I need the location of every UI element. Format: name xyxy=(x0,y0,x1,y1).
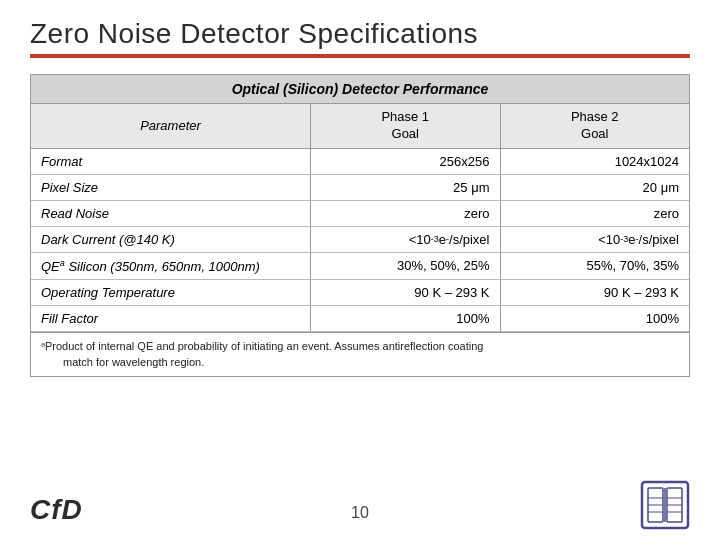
cell-value-p1: 30%, 50%, 25% xyxy=(311,253,501,279)
cell-value-p1: zero xyxy=(311,201,501,226)
cell-param: QEa Silicon (350nm, 650nm, 1000nm) xyxy=(31,253,311,279)
col-header-phase1: Phase 1Goal xyxy=(311,104,501,148)
table-footnote: ᵃProduct of internal QE and probability … xyxy=(31,332,689,376)
cell-param: Operating Temperature xyxy=(31,280,311,305)
cell-param: Pixel Size xyxy=(31,175,311,200)
column-headers: Parameter Phase 1Goal Phase 2Goal xyxy=(31,104,689,149)
cell-value-p2: 20 μm xyxy=(501,175,690,200)
cell-param: Format xyxy=(31,149,311,174)
cell-value-p1: 25 μm xyxy=(311,175,501,200)
page-number: 10 xyxy=(351,504,369,522)
title-underline xyxy=(30,54,690,58)
cell-value-p2: 100% xyxy=(501,306,690,331)
table-row: QEa Silicon (350nm, 650nm, 1000nm) 30%, … xyxy=(31,253,689,280)
table-row: Format 256x256 1024x1024 xyxy=(31,149,689,175)
footer-icon xyxy=(640,480,690,530)
table-row: Dark Current (@140 K) <10-3 e-/s/pixel <… xyxy=(31,227,689,253)
cell-value-p2: 90 K – 293 K xyxy=(501,280,690,305)
table-row: Read Noise zero zero xyxy=(31,201,689,227)
table-row: Pixel Size 25 μm 20 μm xyxy=(31,175,689,201)
cell-param: Fill Factor xyxy=(31,306,311,331)
table-main-header: Optical (Silicon) Detector Performance xyxy=(31,75,689,104)
cell-value-p1: 256x256 xyxy=(311,149,501,174)
logo-text: CfD xyxy=(30,494,83,526)
table-row: Operating Temperature 90 K – 293 K 90 K … xyxy=(31,280,689,306)
cell-value-p1: 90 K – 293 K xyxy=(311,280,501,305)
col-header-phase2: Phase 2Goal xyxy=(501,104,690,148)
cell-value-p2: 1024x1024 xyxy=(501,149,690,174)
cell-value-p1: 100% xyxy=(311,306,501,331)
cell-value-p2: zero xyxy=(501,201,690,226)
table-row: Fill Factor 100% 100% xyxy=(31,306,689,332)
col-header-parameter: Parameter xyxy=(31,104,311,148)
cell-param: Read Noise xyxy=(31,201,311,226)
cell-value-p1: <10-3 e-/s/pixel xyxy=(311,227,501,252)
cell-value-p2: 55%, 70%, 35% xyxy=(501,253,690,279)
cell-param: Dark Current (@140 K) xyxy=(31,227,311,252)
page-title: Zero Noise Detector Specifications xyxy=(0,0,720,54)
specifications-table: Optical (Silicon) Detector Performance P… xyxy=(30,74,690,377)
cell-value-p2: <10-3 e-/s/pixel xyxy=(501,227,690,252)
